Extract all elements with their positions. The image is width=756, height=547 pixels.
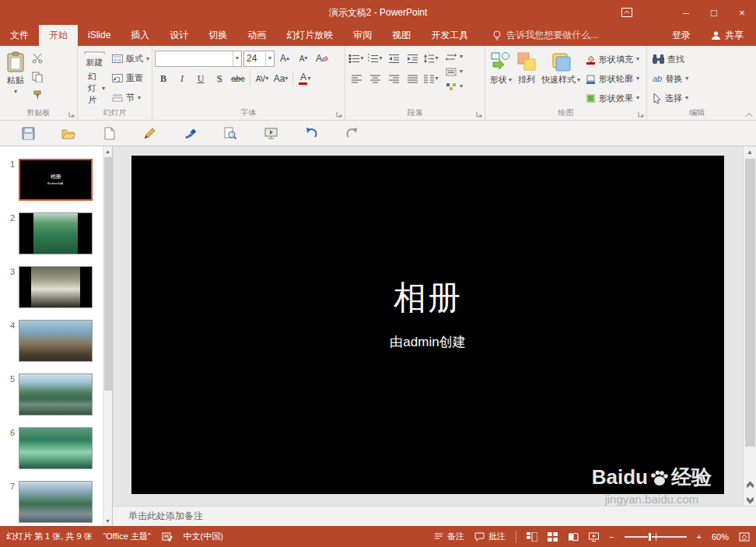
layout-button[interactable]: 版式▾ — [109, 50, 152, 68]
justify-button[interactable] — [404, 70, 421, 87]
underline-button[interactable]: U — [192, 70, 209, 87]
numbering-button[interactable]: ▾ — [366, 50, 383, 67]
character-spacing-button[interactable]: AV▾ — [254, 70, 271, 87]
slide-thumbnail[interactable] — [19, 427, 93, 469]
slide[interactable]: 相册 由admin创建 — [131, 156, 724, 494]
format-brush-button[interactable] — [170, 122, 210, 144]
maximize-button[interactable]: □ — [700, 0, 728, 25]
increase-indent-button[interactable] — [404, 50, 421, 67]
slideshow-view-button[interactable] — [589, 532, 599, 542]
print-preview-button[interactable] — [210, 122, 250, 144]
zoom-level-button[interactable]: 60% — [712, 532, 729, 542]
strikethrough-button[interactable]: abc — [229, 70, 247, 87]
tab-slideshow[interactable]: 幻灯片放映 — [276, 25, 343, 46]
drawing-dialog-launcher[interactable] — [638, 111, 645, 118]
align-text-button[interactable]: ▾ — [443, 65, 466, 79]
slide-thumbnail[interactable] — [19, 320, 93, 362]
close-button[interactable]: × — [728, 0, 756, 25]
section-button[interactable]: 节▾ — [109, 89, 152, 107]
tell-me-box[interactable]: 告诉我您想要做什么... — [486, 25, 604, 46]
paragraph-dialog-launcher[interactable] — [476, 111, 483, 118]
align-left-button[interactable] — [348, 70, 365, 87]
reset-button[interactable]: 重置 — [109, 69, 152, 87]
tab-transitions[interactable]: 切换 — [198, 25, 237, 46]
find-button[interactable]: 查找 — [649, 50, 691, 68]
slide-title[interactable]: 相册 — [131, 276, 724, 320]
tab-animations[interactable]: 动画 — [237, 25, 276, 46]
zoom-slider-handle[interactable] — [648, 532, 652, 542]
zoom-in-button[interactable]: + — [697, 532, 702, 542]
thumbnail-item-6[interactable]: 6 — [0, 427, 100, 469]
thumbnail-item-3[interactable]: 3 — [0, 266, 100, 308]
thumbnail-item-1[interactable]: 1 相册 由admin创建 — [0, 159, 100, 201]
slide-thumbnail[interactable] — [19, 266, 93, 308]
collapse-ribbon-button[interactable] — [745, 112, 753, 117]
font-size-combobox[interactable]: 24▾ — [243, 51, 275, 67]
tab-review[interactable]: 审阅 — [343, 25, 382, 46]
align-center-button[interactable] — [366, 70, 383, 87]
vertical-scrollbar[interactable]: ▲ — [743, 146, 756, 506]
shape-outline-button[interactable]: 形状轮廓▾ — [583, 69, 642, 88]
spell-check-button[interactable] — [162, 531, 173, 542]
start-slideshow-button[interactable] — [250, 122, 291, 144]
quick-styles-button[interactable]: 快速样式▾ — [539, 48, 583, 109]
tab-insert[interactable]: 插入 — [121, 25, 159, 46]
next-slide-button[interactable] — [747, 496, 753, 503]
format-painter-button[interactable] — [29, 87, 46, 104]
line-spacing-button[interactable]: ▾ — [422, 50, 439, 67]
clear-formatting-button[interactable]: A — [313, 50, 331, 67]
slide-sorter-view-button[interactable] — [548, 532, 558, 542]
paste-button[interactable]: 粘贴 ▾ — [2, 48, 29, 109]
bullets-button[interactable]: ▾ — [348, 50, 365, 67]
sign-in-button[interactable]: 登录 — [663, 25, 700, 46]
tab-home[interactable]: 开始 — [39, 25, 78, 46]
convert-smartart-button[interactable]: ▾ — [443, 79, 466, 93]
pen-tool-button[interactable] — [129, 122, 170, 144]
arrange-button[interactable]: 排列 — [514, 48, 539, 109]
change-case-button[interactable]: Aa▾ — [272, 70, 289, 87]
thumbnail-item-5[interactable]: 5 — [0, 373, 100, 416]
new-document-button[interactable] — [89, 122, 129, 144]
decrease-indent-button[interactable] — [385, 50, 402, 67]
cut-button[interactable] — [29, 50, 46, 67]
new-slide-button[interactable]: 新建 幻灯片▾ — [80, 48, 109, 109]
thumbnail-panel-scrollbar[interactable]: ▲ ▼ — [103, 146, 112, 526]
slide-subtitle[interactable]: 由admin创建 — [131, 333, 724, 351]
open-button[interactable] — [48, 122, 89, 144]
slide-thumbnail[interactable] — [19, 212, 93, 254]
scrollbar-thumb[interactable] — [745, 159, 755, 447]
scrollbar-thumb[interactable] — [104, 157, 112, 391]
shape-effects-button[interactable]: 形状效果▾ — [583, 89, 642, 107]
previous-slide-button[interactable] — [747, 482, 753, 489]
minimize-button[interactable]: – — [672, 0, 700, 25]
select-button[interactable]: 选择▾ — [649, 89, 691, 107]
font-name-combobox[interactable]: ▾ — [155, 51, 242, 67]
copy-button[interactable] — [29, 68, 46, 86]
thumbnail-item-7[interactable]: 7 — [0, 481, 100, 523]
tab-design[interactable]: 设计 — [159, 25, 198, 46]
replace-button[interactable]: ab 替换▾ — [649, 69, 691, 88]
notes-pane[interactable]: 单击此处添加备注 — [113, 506, 756, 526]
notes-toggle-button[interactable]: 备注 — [434, 531, 464, 542]
redo-button[interactable] — [331, 122, 372, 144]
slide-thumbnail[interactable] — [19, 373, 93, 416]
columns-button[interactable]: ▾ — [422, 70, 439, 87]
ribbon-display-options-button[interactable] — [614, 0, 639, 25]
share-button[interactable]: 共享 — [703, 25, 751, 46]
comments-toggle-button[interactable]: 批注 — [474, 531, 506, 542]
slide-thumbnail[interactable] — [19, 481, 93, 523]
slide-thumbnail[interactable]: 相册 由admin创建 — [19, 159, 93, 201]
font-dialog-launcher[interactable] — [336, 111, 343, 118]
scroll-up-icon[interactable]: ▲ — [103, 146, 112, 156]
bold-button[interactable]: B — [155, 70, 172, 87]
italic-button[interactable]: I — [173, 70, 191, 87]
tab-view[interactable]: 视图 — [382, 25, 421, 46]
scroll-down-icon[interactable]: ▼ — [103, 516, 112, 526]
thumbnail-item-4[interactable]: 4 — [0, 320, 100, 362]
fit-slide-button[interactable] — [739, 532, 750, 542]
shape-fill-button[interactable]: 形状填充▾ — [583, 50, 642, 68]
save-button[interactable] — [8, 122, 48, 144]
reading-view-button[interactable] — [568, 532, 579, 542]
zoom-slider[interactable] — [625, 531, 687, 542]
normal-view-button[interactable] — [527, 532, 537, 542]
